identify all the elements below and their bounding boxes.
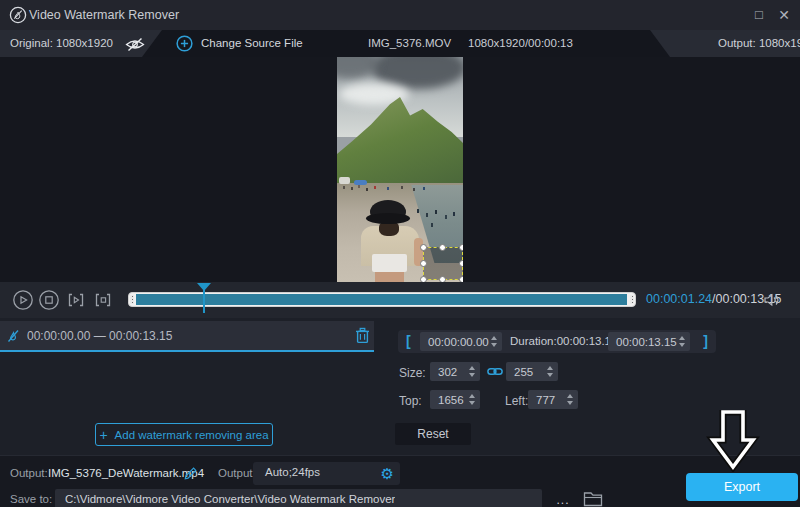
- preview-toggle-eye-icon[interactable]: [124, 37, 146, 55]
- stop-button[interactable]: [38, 289, 60, 311]
- selection-handle[interactable]: [459, 276, 463, 282]
- selection-handle[interactable]: [459, 244, 463, 251]
- end-time-field[interactable]: 00:00:13.15: [608, 332, 690, 351]
- change-source-file-button[interactable]: Change Source File: [201, 37, 303, 49]
- preview-area: [0, 57, 800, 282]
- output-format-label: Output:: [218, 467, 256, 479]
- scene-umbrella: [354, 180, 367, 185]
- selection-handle[interactable]: [420, 244, 427, 251]
- selection-handle[interactable]: [439, 276, 446, 282]
- delete-area-icon[interactable]: [355, 327, 370, 347]
- browse-button[interactable]: ...: [550, 489, 576, 507]
- info-bar: Original: 1080x1920 Change Source File I…: [0, 30, 800, 57]
- format-value: Auto;24fps: [265, 466, 320, 478]
- volume-icon[interactable]: [763, 292, 781, 311]
- top-position-field[interactable]: 1656: [430, 390, 480, 409]
- left-label: Left:: [505, 394, 528, 408]
- segment-time-editor: [ 00:00:00.00 Duration:00:00:13.15 00:00…: [398, 330, 716, 353]
- add-circle-icon: [176, 35, 193, 55]
- workspace: 00:00:00.00 — 00:00:13.15 + Add watermar…: [0, 318, 800, 455]
- play-button[interactable]: [12, 289, 34, 311]
- output-name-label: Output:: [10, 467, 48, 479]
- selection-handle[interactable]: [459, 260, 463, 267]
- current-time: 00:00:01.24: [646, 292, 712, 306]
- save-to-label: Save to:: [10, 493, 52, 505]
- scene-person-shorts: [372, 254, 407, 272]
- reset-button[interactable]: Reset: [395, 423, 471, 445]
- original-resolution: Original: 1080x1920: [10, 37, 113, 49]
- watermark-selection-box[interactable]: [423, 247, 463, 280]
- source-filename: IMG_5376.MOV: [368, 37, 451, 49]
- spinner[interactable]: [469, 394, 480, 405]
- add-watermark-area-button[interactable]: + Add watermark removing area: [95, 423, 273, 446]
- start-time-field[interactable]: 00:00:00.00: [420, 332, 502, 351]
- open-folder-icon[interactable]: [583, 490, 603, 507]
- format-dropdown[interactable]: Auto;24fps ⚙: [253, 462, 400, 485]
- annotation-arrow-icon: [706, 410, 760, 475]
- output-resolution: Output: 1080x1920: [718, 37, 800, 49]
- link-dimensions-icon[interactable]: [487, 366, 503, 380]
- size-label: Size:: [399, 366, 426, 380]
- scene-person-legs: [375, 272, 404, 282]
- top-label: Top:: [399, 394, 422, 408]
- save-path-field[interactable]: C:\Vidmore\Vidmore Video Converter\Video…: [55, 489, 542, 507]
- selection-handle[interactable]: [420, 276, 427, 282]
- watermark-remover-icon: [5, 327, 22, 349]
- save-path: C:\Vidmore\Vidmore Video Converter\Video…: [65, 493, 395, 505]
- transport-bar: 00:00:01.24/00:00:13.15: [0, 282, 800, 318]
- selection-handle[interactable]: [420, 260, 427, 267]
- timeline-fill: [136, 294, 627, 305]
- spinner[interactable]: [547, 366, 558, 377]
- size-width-field[interactable]: 302: [430, 362, 480, 381]
- spinner[interactable]: [491, 336, 502, 347]
- spinner[interactable]: [469, 366, 480, 377]
- timeline-left-handle[interactable]: [130, 295, 134, 304]
- spinner[interactable]: [679, 336, 690, 347]
- plus-icon: +: [99, 428, 107, 442]
- left-position-field[interactable]: 777: [528, 390, 578, 409]
- time-display: 00:00:01.24/00:00:13.15: [646, 292, 782, 306]
- play-segment-button[interactable]: [65, 289, 87, 311]
- export-button[interactable]: Export: [686, 473, 798, 501]
- duration-label: Duration:00:00:13.15: [510, 335, 617, 347]
- source-resolution-duration: 1080x1920/00:00:13: [468, 37, 573, 49]
- scene-crowd: [343, 186, 345, 189]
- close-button[interactable]: ✕: [774, 6, 794, 24]
- mark-out-button[interactable]: ]: [703, 333, 708, 349]
- timeline-right-handle[interactable]: [630, 295, 634, 304]
- video-preview: [337, 57, 463, 282]
- gear-icon[interactable]: ⚙: [381, 464, 394, 483]
- scene-tent: [339, 177, 350, 184]
- scene-person-hat-brim: [366, 213, 410, 224]
- title-bar: Video Watermark Remover □ ✕: [0, 0, 800, 30]
- watermark-area-list-item[interactable]: 00:00:00.00 — 00:00:13.15: [0, 321, 374, 352]
- maximize-button[interactable]: □: [749, 6, 769, 24]
- spinner[interactable]: [567, 394, 578, 405]
- bottom-bar: Output: IMG_5376_DeWatermark.mp4 Output:…: [0, 455, 800, 507]
- segment-time-range: 00:00:00.00 — 00:00:13.15: [27, 329, 172, 343]
- app-window: Video Watermark Remover □ ✕ Original: 10…: [0, 0, 800, 507]
- stop-segment-button[interactable]: [92, 289, 114, 311]
- output-filename: IMG_5376_DeWatermark.mp4: [48, 467, 204, 479]
- selection-handle[interactable]: [439, 244, 446, 251]
- window-title: Video Watermark Remover: [29, 8, 179, 22]
- size-height-field[interactable]: 255: [506, 362, 558, 381]
- mark-in-button[interactable]: [: [406, 333, 411, 349]
- app-logo-icon: [9, 6, 27, 27]
- playhead-line[interactable]: [203, 286, 205, 313]
- scene-swimmers: [417, 209, 419, 213]
- rename-pencil-icon[interactable]: [183, 465, 199, 484]
- add-area-label: Add watermark removing area: [115, 429, 269, 441]
